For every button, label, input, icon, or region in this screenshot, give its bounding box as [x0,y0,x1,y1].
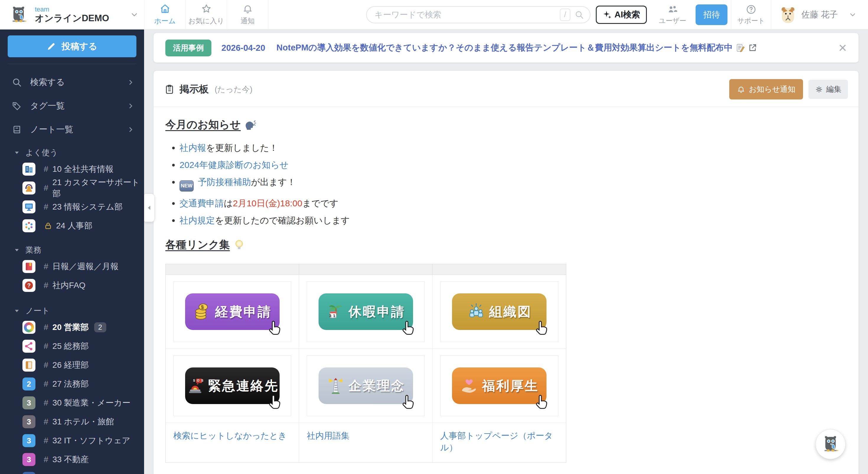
sidebar-section-header[interactable]: 業務 [0,243,144,257]
main-content: 活用事例 2026-04-20 NotePMの導入効果を数値化できていますか？そ… [144,30,868,474]
tab-favorites[interactable]: お気に入り [186,0,227,29]
sidebar-section-header[interactable]: ノート [0,304,144,318]
sidebar-note-item[interactable]: #26 経理部 [0,356,144,375]
hash-prefix: # [44,379,49,389]
inline-link[interactable]: 予防接種補助 [198,177,251,187]
num-icon: 3 [23,434,35,447]
sidebar-note-item[interactable]: #10 全社共有情報 [0,160,144,179]
triangle-down-icon [13,247,20,253]
tab-notifications[interactable]: 通知 [227,0,268,29]
sidebar-note-item[interactable]: 2#27 法務部 [0,375,144,393]
hash-prefix: # [44,281,49,290]
sidebar-note-item[interactable]: #23 情報システム部 [0,197,144,216]
search-input[interactable]: キーワードで検索 / [366,6,590,23]
faq-icon: ? [23,279,35,292]
users-label: ユーザー [659,16,686,25]
sidebar-section-title: 業務 [25,245,41,255]
link-image-card: SOS緊急連絡先 [173,355,291,416]
sidebar-note-item[interactable]: #日報／週報／月報 [0,257,144,276]
bell-icon [242,4,253,14]
link-button-3[interactable]: 組織図 [452,293,547,330]
dots-icon [23,219,35,232]
lighthouse-icon [326,376,345,395]
sidebar-collapse-handle[interactable] [144,194,155,222]
vacation-icon: 31 [326,302,345,321]
link-button-1[interactable]: $経費申請 [185,293,280,330]
inline-link[interactable]: 社内報 [180,143,206,153]
sidebar-item-notes[interactable]: ノート一覧 [0,118,144,141]
link-button-5[interactable]: 企業理念 [318,368,413,404]
sidebar-note-label: 日報／週報／月報 [53,261,119,272]
inline-text: を更新したので確認お願いします [215,216,350,225]
team-switcher[interactable]: team オンラインDEMO [0,0,144,29]
team-name: オンラインDEMO [35,13,109,24]
tab-home[interactable]: ホーム [144,0,186,29]
user-menu[interactable]: 佐藤 花子 [771,0,862,30]
sidebar-note-item[interactable]: 3#33 不動産 [0,450,144,469]
num-icon: 3 [23,397,35,409]
buildings-icon [23,163,35,176]
link-button-6[interactable]: 福利厚生 [452,368,547,404]
announcement-banner: 活用事例 2026-04-20 NotePMの導入効果を数値化できていますか？そ… [154,33,859,63]
star-icon [201,4,212,14]
sidebar-item-search[interactable]: 検索する [0,70,144,94]
search-icon[interactable] [575,10,584,20]
sidebar-note-item[interactable]: #21 カスタマーサポート部 [0,179,144,197]
hash-prefix: # [44,455,49,464]
hand-cursor-icon [267,319,284,337]
sidebar-note-item[interactable]: 3#34 銀行・証券・保険 [0,469,144,474]
link-button-2[interactable]: 31休暇申請 [318,293,413,330]
sidebar-note-item[interactable]: ?#社内FAQ [0,276,144,295]
team-label: team [35,6,109,13]
inline-link[interactable]: 社内規定 [180,216,215,225]
link-image-card: $経費申請 [173,281,291,342]
inline-link[interactable]: 2024年健康診断のお知らせ [180,160,289,170]
sidebar-note-item[interactable]: #25 総務部 [0,337,144,356]
link-button-cell: 企業理念 [299,349,433,423]
help-owl-button[interactable] [815,429,845,459]
sidebar-note-label: 21 カスタマーサポート部 [53,177,144,199]
sidebar-section-header[interactable]: よく使う [0,146,144,160]
inline-text: 2月10日(金)18:00 [233,198,302,208]
sidebar-note-item[interactable]: 24 人事部 [0,216,144,235]
ai-search-button[interactable]: AI検索 [596,6,647,24]
table-footer-link[interactable]: 社内用語集 [299,423,433,463]
link-button-cell: 31休暇申請 [299,275,433,349]
post-button[interactable]: 投稿する [8,35,136,57]
sidebar-section-title: よく使う [25,147,58,158]
sidebar-note-item[interactable]: #20 営業部2 [0,318,144,337]
invite-button[interactable]: 招待 [695,4,727,25]
lock-icon [44,221,53,230]
link-button-cell: 組織図 [433,275,566,349]
redbook-icon [23,260,35,273]
pencil-icon [46,42,56,51]
notify-button[interactable]: お知らせ通知 [729,79,803,99]
links-table: $経費申請31休暇申請組織図SOS緊急連絡先企業理念福利厚生検索にヒットしなかっ… [165,264,566,463]
link-image-card: 企業理念 [307,355,425,416]
table-footer-link[interactable]: 人事部トップページ（ポータル） [433,423,566,463]
hash-prefix: # [44,342,49,351]
team-info: team オンラインDEMO [35,6,109,24]
sidebar-item-tags[interactable]: タグ一覧 [0,94,144,118]
support-menu[interactable]: サポート [731,0,771,30]
sidebar-note-item[interactable]: 3#32 IT・ソフトウェア [0,431,144,450]
orangebook-icon [23,358,35,372]
external-link-icon [748,43,757,53]
users-menu[interactable]: ユーザー [653,0,692,30]
topbar: team オンラインDEMO ホーム お気に入り 通知 キーワードで検索 / A… [0,0,868,30]
inline-link[interactable]: 交通費申請 [180,198,224,208]
link-button-4[interactable]: SOS緊急連絡先 [185,368,280,404]
sidebar-note-item[interactable]: 3#31 ホテル・旅館 [0,412,144,431]
monthly-list: 社内報を更新しました！2024年健康診断のお知らせNEW予防接種補助が出ます！交… [165,143,847,226]
top-nav: ホーム お気に入り 通知 [144,0,268,29]
num-icon: 3 [23,472,35,474]
announcement-link[interactable]: 2026-04-20 NotePMの導入効果を数値化できていますか？そのまま使え… [221,42,757,54]
close-icon[interactable]: × [838,41,847,55]
new-badge-icon: NEW [180,180,194,192]
inline-text: を更新しました！ [206,143,278,153]
table-footer-link[interactable]: 検索にヒットしなかったとき [166,423,299,463]
edit-button[interactable]: 編集 [808,80,848,99]
clipboard-icon [164,84,175,95]
search-icon [12,77,22,87]
sidebar-note-item[interactable]: 3#30 製造業・メーカー [0,393,144,412]
